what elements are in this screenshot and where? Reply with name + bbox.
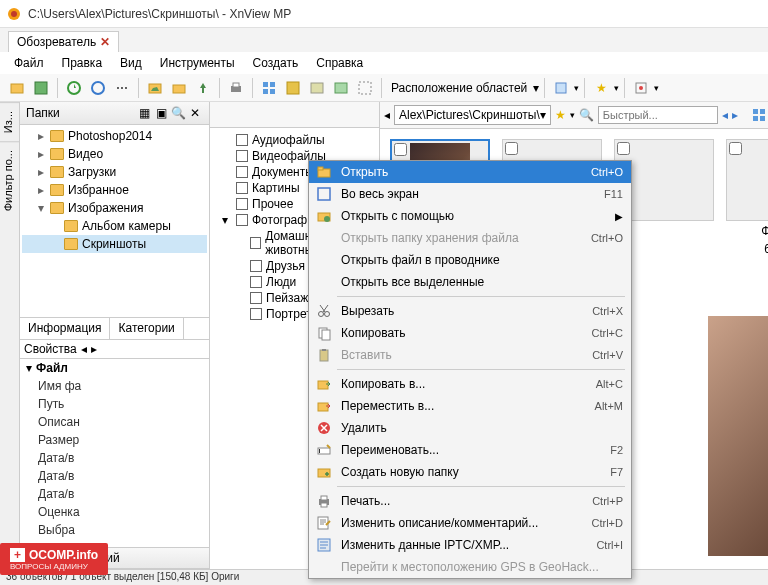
panel-tool-icon[interactable]: ▣: [153, 105, 169, 121]
tool-button[interactable]: [354, 77, 376, 99]
thumb-checkbox[interactable]: [729, 142, 742, 155]
tool-button[interactable]: [550, 77, 572, 99]
checkbox[interactable]: [236, 182, 248, 194]
tool-button[interactable]: [630, 77, 652, 99]
context-menu-item[interactable]: Открыть с помощью▶: [309, 205, 631, 227]
nav-next-icon[interactable]: ▸: [732, 106, 738, 124]
search-icon[interactable]: 🔍: [170, 105, 186, 121]
tool-button[interactable]: [144, 77, 166, 99]
chevron-down-icon[interactable]: ▾: [574, 83, 579, 93]
nav-left-icon[interactable]: ◂: [81, 342, 87, 356]
properties-list[interactable]: ▾Файл Имя фаПутьОписанРазмерДата/вДата/в…: [20, 358, 209, 547]
checkbox[interactable]: [236, 198, 248, 210]
tool-button[interactable]: [87, 77, 109, 99]
thumb-checkbox[interactable]: [505, 142, 518, 155]
checkbox[interactable]: [236, 214, 248, 226]
context-menu-item[interactable]: КопироватьCtrl+C: [309, 322, 631, 344]
tab-categories[interactable]: Категории: [110, 318, 183, 339]
menu-help[interactable]: Справка: [308, 54, 371, 72]
nav-prev-icon[interactable]: ◂: [722, 106, 728, 124]
close-icon[interactable]: ✕: [100, 35, 110, 49]
context-menu-item[interactable]: Печать...Ctrl+P: [309, 490, 631, 512]
context-menu-item[interactable]: Удалить: [309, 417, 631, 439]
checkbox[interactable]: [236, 134, 248, 146]
vtab[interactable]: Из...: [0, 102, 19, 141]
context-menu-item[interactable]: Переименовать...F2: [309, 439, 631, 461]
tool-button[interactable]: [306, 77, 328, 99]
checkbox[interactable]: [250, 237, 261, 249]
tool-button[interactable]: [192, 77, 214, 99]
nav-back-icon[interactable]: ◂: [384, 106, 390, 124]
tool-button[interactable]: [282, 77, 304, 99]
tree-arrow-icon[interactable]: ▸: [36, 165, 46, 179]
tree-item[interactable]: ▸Видео: [22, 145, 207, 163]
property-row[interactable]: Имя фа: [20, 377, 209, 395]
context-menu-item[interactable]: Открыть файл в проводнике: [309, 249, 631, 271]
prop-group[interactable]: ▾Файл: [20, 359, 209, 377]
property-row[interactable]: Дата/в: [20, 485, 209, 503]
checkbox[interactable]: [250, 308, 262, 320]
tool-button[interactable]: [30, 77, 52, 99]
menu-view[interactable]: Вид: [112, 54, 150, 72]
property-row[interactable]: Описан: [20, 413, 209, 431]
tree-item[interactable]: ▸Избранное: [22, 181, 207, 199]
context-menu-item[interactable]: Изменить описание/комментарий...Ctrl+D: [309, 512, 631, 534]
view-icon[interactable]: [752, 106, 766, 124]
context-menu-item[interactable]: Переместить в...Alt+M: [309, 395, 631, 417]
property-row[interactable]: Дата/в: [20, 467, 209, 485]
menu-file[interactable]: Файл: [6, 54, 52, 72]
tree-arrow-icon[interactable]: ▸: [36, 129, 46, 143]
context-menu-item[interactable]: ОткрытьCtrl+O: [309, 161, 631, 183]
property-row[interactable]: Выбра: [20, 521, 209, 539]
tool-button[interactable]: [168, 77, 190, 99]
folder-tree[interactable]: ▸Photoshop2014▸Видео▸Загрузки▸Избранное▾…: [20, 125, 209, 317]
search-input[interactable]: [598, 106, 718, 124]
context-menu-item[interactable]: Изменить данные IPTC/XMP...Ctrl+I: [309, 534, 631, 556]
checkbox[interactable]: [250, 292, 262, 304]
chevron-down-icon[interactable]: ▾: [533, 81, 539, 95]
chevron-down-icon[interactable]: ▾: [540, 108, 546, 122]
context-menu-item[interactable]: Во весь экранF11: [309, 183, 631, 205]
tool-button[interactable]: [330, 77, 352, 99]
chevron-down-icon[interactable]: ▾: [614, 83, 619, 93]
menu-tools[interactable]: Инструменты: [152, 54, 243, 72]
star-icon[interactable]: ★: [590, 77, 612, 99]
property-row[interactable]: Размер: [20, 431, 209, 449]
context-menu-item[interactable]: Открыть все выделенные: [309, 271, 631, 293]
checkbox[interactable]: [250, 276, 262, 288]
tool-button[interactable]: [258, 77, 280, 99]
tree-item[interactable]: ▾Изображения: [22, 199, 207, 217]
context-menu-item[interactable]: ВырезатьCtrl+X: [309, 300, 631, 322]
star-icon[interactable]: ★: [555, 106, 566, 124]
tool-button[interactable]: ⋯: [111, 77, 133, 99]
nav-right-icon[interactable]: ▸: [91, 342, 97, 356]
context-menu-item[interactable]: Копировать в...Alt+C: [309, 373, 631, 395]
layout-label[interactable]: Расположение областей: [387, 81, 531, 95]
checkbox[interactable]: [236, 166, 248, 178]
thumb-checkbox[interactable]: [617, 142, 630, 155]
tab-info[interactable]: Информация: [20, 318, 110, 339]
tree-item[interactable]: ▸Photoshop2014: [22, 127, 207, 145]
property-row[interactable]: Оценка: [20, 503, 209, 521]
property-row[interactable]: Дата/в: [20, 449, 209, 467]
thumb-checkbox[interactable]: [394, 143, 407, 156]
tree-arrow-icon[interactable]: ▾: [36, 201, 46, 215]
checkbox[interactable]: [236, 150, 248, 162]
tree-item[interactable]: ▸Загрузки: [22, 163, 207, 181]
tool-button[interactable]: [63, 77, 85, 99]
path-input[interactable]: Alex\Pictures\Скриншоты\ ▾: [394, 105, 551, 125]
category-item[interactable]: Аудиофайлы: [216, 132, 373, 148]
property-row[interactable]: Путь: [20, 395, 209, 413]
tree-item[interactable]: Альбом камеры: [22, 217, 207, 235]
tree-arrow-icon[interactable]: ▸: [36, 183, 46, 197]
chevron-down-icon[interactable]: ▾: [570, 110, 575, 120]
tree-arrow-icon[interactable]: ▸: [36, 147, 46, 161]
chevron-down-icon[interactable]: ▾: [654, 83, 659, 93]
tab-browser[interactable]: Обозреватель ✕: [8, 31, 119, 52]
chevron-down-icon[interactable]: ▾: [222, 213, 232, 227]
tree-item[interactable]: Скриншоты: [22, 235, 207, 253]
print-icon[interactable]: [225, 77, 247, 99]
tool-button[interactable]: [6, 77, 28, 99]
close-icon[interactable]: ✕: [187, 105, 203, 121]
search-icon[interactable]: 🔍: [579, 106, 594, 124]
